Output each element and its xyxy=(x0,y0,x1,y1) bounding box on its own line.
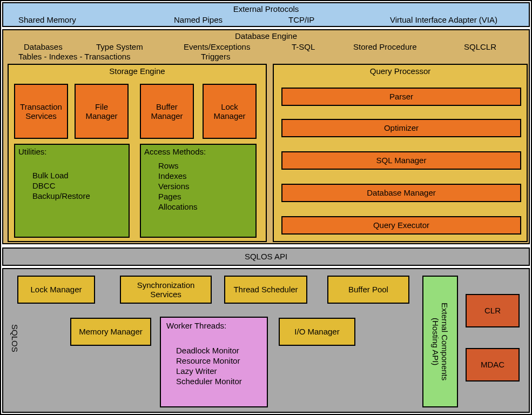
clr-box: CLR xyxy=(466,294,520,327)
transaction-services-label: Transaction Services xyxy=(20,102,62,121)
proto-named-pipes: Named Pipes xyxy=(174,15,223,25)
dbmanager-label: Database Manager xyxy=(367,188,436,198)
architecture-diagram: External Protocols Shared Memory Named P… xyxy=(0,0,532,415)
engine-storedproc: Stored Procedure xyxy=(353,42,417,52)
external-protocols-title: External Protocols xyxy=(3,4,529,14)
parser-label: Parser xyxy=(389,92,413,102)
engine-typesystem: Type System xyxy=(96,42,143,52)
utilities-backup: Backup/Restore xyxy=(32,191,90,201)
mdac-label: MDAC xyxy=(481,360,504,370)
sqlos-memmgr-box: Memory Manager xyxy=(70,318,151,346)
mdac-box: MDAC xyxy=(466,348,520,381)
engine-triggers: Triggers xyxy=(201,52,230,62)
sqlos-threadsched-box: Thread Scheduler xyxy=(224,276,307,304)
file-manager-box: File Manager xyxy=(75,84,129,139)
sqlos-lockmgr-label: Lock Manager xyxy=(30,285,82,294)
clr-label: CLR xyxy=(484,306,501,316)
sqlos-sync-box: Synchronization Services xyxy=(120,276,212,304)
access-methods-title: Access Methods: xyxy=(144,147,206,157)
worker-resource: Resource Monitor xyxy=(176,356,240,366)
engine-databases: Databases xyxy=(24,42,63,52)
sqlos-bufferpool-box: Buffer Pool xyxy=(327,276,409,304)
lock-manager-box: Lock Manager xyxy=(203,84,257,139)
sqlos-api-label: SQLOS API xyxy=(245,252,287,262)
sqlos-memmgr-label: Memory Manager xyxy=(79,327,143,337)
engine-sqlclr: SQLCLR xyxy=(464,42,496,52)
sqlos-threadsched-label: Thread Scheduler xyxy=(233,285,298,294)
database-engine-title: Database Engine xyxy=(3,31,529,41)
optimizer-box: Optimizer xyxy=(281,119,521,137)
sqlos-sync-label: Synchronization Services xyxy=(137,280,195,299)
worker-deadlock: Deadlock Monitor xyxy=(176,346,239,356)
query-processor-panel: Query Processor Parser Optimizer SQL Man… xyxy=(273,64,528,242)
file-manager-label: File Manager xyxy=(85,102,117,121)
transaction-services-box: Transaction Services xyxy=(14,84,68,139)
engine-tsql: T-SQL xyxy=(292,42,315,52)
sqlmanager-label: SQL Manager xyxy=(376,156,427,165)
worker-threads-box: Worker Threads: Deadlock Monitor Resourc… xyxy=(160,317,268,407)
engine-tables: Tables - Indexes - Transactions xyxy=(18,52,131,62)
worker-lazywriter: Lazy Writer xyxy=(176,366,217,376)
optimizer-label: Optimizer xyxy=(384,123,419,133)
utilities-title: Utilities: xyxy=(18,147,47,157)
access-allocations: Allocations xyxy=(158,202,198,212)
engine-events: Events/Exceptions xyxy=(184,42,250,52)
worker-schedmon: Scheduler Monitor xyxy=(176,377,242,386)
worker-threads-title: Worker Threads: xyxy=(166,321,226,331)
sqlos-label: SQLOS xyxy=(10,324,19,352)
utilities-dbcc: DBCC xyxy=(32,181,56,191)
external-components-label: External Components (Hosting API) xyxy=(431,303,449,380)
sqlos-bufferpool-label: Buffer Pool xyxy=(348,285,388,294)
utilities-box: Utilities: Bulk Load DBCC Backup/Restore xyxy=(14,144,130,238)
dbmanager-box: Database Manager xyxy=(281,184,521,202)
proto-tcpip: TCP/IP xyxy=(288,15,314,25)
query-processor-title: Query Processor xyxy=(274,66,527,76)
access-versions: Versions xyxy=(158,182,190,191)
storage-engine-panel: Storage Engine Transaction Services File… xyxy=(8,64,267,242)
buffer-manager-box: Buffer Manager xyxy=(140,84,194,139)
access-methods-box: Access Methods: Rows Indexes Versions Pa… xyxy=(140,144,257,238)
sqlmanager-box: SQL Manager xyxy=(281,151,521,170)
access-pages: Pages xyxy=(158,192,181,202)
sqlos-lockmgr-box: Lock Manager xyxy=(17,276,95,304)
access-indexes: Indexes xyxy=(158,171,187,181)
external-protocols-panel: External Protocols Shared Memory Named P… xyxy=(2,2,530,27)
access-rows: Rows xyxy=(158,161,179,171)
proto-via: Virtual Interface Adapter (VIA) xyxy=(390,15,497,25)
parser-box: Parser xyxy=(281,88,521,106)
lock-manager-label: Lock Manager xyxy=(213,102,245,121)
sqlos-panel: SQLOS Lock Manager Synchronization Servi… xyxy=(2,268,530,413)
queryexec-box: Query Executor xyxy=(281,216,521,235)
sqlos-iomgr-label: I/O Manager xyxy=(294,327,339,337)
sqlos-iomgr-box: I/O Manager xyxy=(279,318,355,346)
sqlos-api-bar: SQLOS API xyxy=(2,247,530,266)
storage-engine-title: Storage Engine xyxy=(9,66,266,76)
utilities-bulkload: Bulk Load xyxy=(32,171,69,180)
external-components-box: External Components (Hosting API) xyxy=(422,276,458,407)
proto-shared-memory: Shared Memory xyxy=(18,15,76,25)
queryexec-label: Query Executor xyxy=(373,220,429,230)
database-engine-panel: Database Engine Databases Type System Ev… xyxy=(2,29,530,244)
buffer-manager-label: Buffer Manager xyxy=(151,102,183,121)
